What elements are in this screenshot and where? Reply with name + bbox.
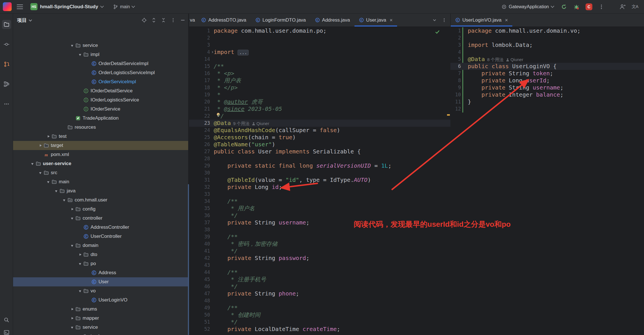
line-number[interactable]: 47 bbox=[189, 290, 210, 297]
tree-chevron-icon[interactable] bbox=[70, 325, 75, 330]
project-panel-title[interactable]: 项目 bbox=[17, 17, 27, 24]
line-number[interactable]: 22 bbox=[189, 113, 210, 120]
tab-Address.java[interactable]: CAddress.java bbox=[311, 14, 354, 26]
stop-icon[interactable]: C bbox=[585, 3, 593, 11]
line-number[interactable]: 23 bbox=[189, 120, 210, 127]
tab-User.java[interactable]: CUser.java× bbox=[354, 14, 397, 26]
editor-user-java[interactable]: 1package com.hmall.user.domain.po;234›im… bbox=[189, 27, 450, 335]
tree-item-IOrderDetailService[interactable]: IIOrderDetailService bbox=[13, 86, 188, 95]
line-number[interactable]: 9 bbox=[450, 84, 461, 91]
line-number[interactable]: 46 bbox=[189, 283, 210, 290]
project-widget[interactable]: HS hmall-SpringCloud-Study bbox=[28, 2, 106, 12]
tree-item-OrderDetailServiceImpl[interactable]: COrderDetailServiceImpl bbox=[13, 59, 188, 68]
tree-item-user-service[interactable]: user-service bbox=[13, 159, 188, 168]
line-number[interactable]: 26 bbox=[189, 141, 210, 148]
line-number[interactable]: 19 bbox=[189, 91, 210, 98]
line-number[interactable]: 21 bbox=[189, 105, 210, 113]
tree-chevron-icon[interactable] bbox=[70, 207, 75, 211]
tree-chevron-icon[interactable] bbox=[78, 252, 83, 257]
translate-icon[interactable]: 文A bbox=[631, 3, 639, 11]
tree-item-AddressController[interactable]: CAddressController bbox=[13, 223, 188, 232]
line-number[interactable]: 41 bbox=[189, 247, 210, 255]
fold-region-icon[interactable]: › bbox=[211, 49, 214, 56]
tree-chevron-icon[interactable] bbox=[46, 180, 52, 184]
hide-panel-icon[interactable] bbox=[180, 18, 185, 23]
line-number[interactable]: 49 bbox=[189, 304, 210, 311]
line-number[interactable]: 31 bbox=[189, 176, 210, 184]
tree-item-IOrderService[interactable]: IIOrderService bbox=[13, 105, 188, 114]
truncated-tab[interactable]: va bbox=[189, 14, 197, 26]
tree-item-UserController[interactable]: CUserController bbox=[13, 232, 188, 241]
tab-LoginFormDTO.java[interactable]: CLoginFormDTO.java bbox=[251, 14, 311, 26]
tree-item-OrderServiceImpl[interactable]: COrderServiceImpl bbox=[13, 77, 188, 86]
line-number[interactable]: 10 bbox=[450, 91, 461, 98]
terminal-tool-icon[interactable] bbox=[2, 328, 11, 335]
vcs-branch-widget[interactable]: main bbox=[111, 3, 137, 11]
line-number[interactable]: 24 bbox=[189, 127, 210, 134]
tree-chevron-icon[interactable] bbox=[70, 216, 75, 220]
line-number[interactable]: 12 bbox=[450, 105, 461, 113]
line-number[interactable]: 50 bbox=[189, 311, 210, 319]
line-number[interactable]: 34 bbox=[189, 198, 210, 205]
line-number[interactable]: 15 bbox=[189, 63, 210, 70]
tree-item-resources[interactable]: resources bbox=[13, 123, 188, 132]
tree-item-IOrderLogisticsService[interactable]: IIOrderLogisticsService bbox=[13, 95, 188, 105]
tree-item-controller[interactable]: controller bbox=[13, 214, 188, 223]
line-number[interactable]: 17 bbox=[189, 77, 210, 84]
tree-item-src[interactable]: src bbox=[13, 168, 188, 177]
more-actions-icon[interactable] bbox=[597, 3, 605, 11]
line-number[interactable]: 33 bbox=[189, 191, 210, 198]
line-number[interactable]: 20 bbox=[189, 98, 210, 105]
tree-item-dto[interactable]: dto bbox=[13, 250, 188, 259]
line-number[interactable]: 11 bbox=[450, 98, 461, 105]
tree-item-Address[interactable]: CAddress bbox=[13, 268, 188, 277]
close-tab-icon[interactable]: × bbox=[505, 18, 508, 23]
tree-chevron-icon[interactable] bbox=[78, 261, 83, 266]
tree-item-impl[interactable]: impl bbox=[13, 50, 188, 59]
tree-chevron-icon[interactable] bbox=[70, 243, 75, 248]
panel-options-icon[interactable] bbox=[171, 18, 176, 23]
scrollbar-warning-stripe[interactable] bbox=[447, 114, 450, 116]
pull-requests-tool-icon[interactable] bbox=[2, 60, 11, 69]
line-number[interactable]: 2 bbox=[189, 34, 210, 41]
line-number[interactable]: 2 bbox=[450, 34, 461, 41]
line-number[interactable]: 39 bbox=[189, 233, 210, 240]
tree-item-vo[interactable]: vo bbox=[13, 286, 188, 296]
line-number[interactable]: 28 bbox=[189, 155, 210, 162]
tree-chevron-icon[interactable] bbox=[46, 134, 52, 139]
tree-item-po[interactable]: po bbox=[13, 259, 188, 268]
commit-tool-icon[interactable] bbox=[2, 40, 11, 49]
structure-tool-icon[interactable] bbox=[2, 80, 11, 89]
line-number[interactable]: 3 bbox=[450, 41, 461, 49]
tree-item-OrderLogisticsServiceImpl[interactable]: COrderLogisticsServiceImpl bbox=[13, 68, 188, 77]
line-number[interactable]: 5 bbox=[450, 56, 461, 63]
locate-file-icon[interactable] bbox=[142, 18, 147, 23]
line-number[interactable]: 1 bbox=[450, 27, 461, 34]
tree-item-domain[interactable]: domain bbox=[13, 241, 188, 250]
search-icon[interactable] bbox=[2, 315, 11, 324]
tree-item-service[interactable]: service bbox=[13, 41, 188, 50]
run-configuration-widget[interactable]: GatewayApplication bbox=[500, 3, 555, 11]
collapse-all-icon[interactable] bbox=[161, 18, 166, 23]
line-number[interactable]: 1 bbox=[189, 27, 210, 34]
hidden-tabs-chevron-icon[interactable] bbox=[432, 18, 437, 22]
tree-item-TradeApplication[interactable]: TradeApplication bbox=[13, 114, 188, 123]
tree-item-enums[interactable]: enums bbox=[13, 305, 188, 314]
tree-item-User[interactable]: CUser bbox=[13, 277, 188, 286]
tree-item-config[interactable]: config bbox=[13, 205, 188, 214]
project-tool-icon[interactable] bbox=[2, 20, 11, 29]
tree-item-pom.xml[interactable]: mpom.xml bbox=[13, 150, 188, 159]
line-number[interactable]: 38 bbox=[189, 226, 210, 233]
tree-item-main[interactable]: main bbox=[13, 177, 188, 186]
line-number[interactable]: 44 bbox=[189, 269, 210, 276]
line-number[interactable]: 35 bbox=[189, 205, 210, 212]
line-number[interactable]: 30 bbox=[189, 169, 210, 176]
line-number[interactable]: 25 bbox=[189, 134, 210, 141]
tree-item-impl[interactable]: impl bbox=[13, 332, 188, 335]
line-number[interactable]: 3 bbox=[189, 41, 210, 49]
tree-item-UserLoginVO[interactable]: CUserLoginVO bbox=[13, 296, 188, 305]
line-number[interactable]: 27 bbox=[189, 148, 210, 155]
line-number[interactable]: 36 bbox=[189, 212, 210, 219]
line-number[interactable]: 42 bbox=[189, 255, 210, 262]
tree-chevron-icon[interactable] bbox=[70, 307, 75, 311]
